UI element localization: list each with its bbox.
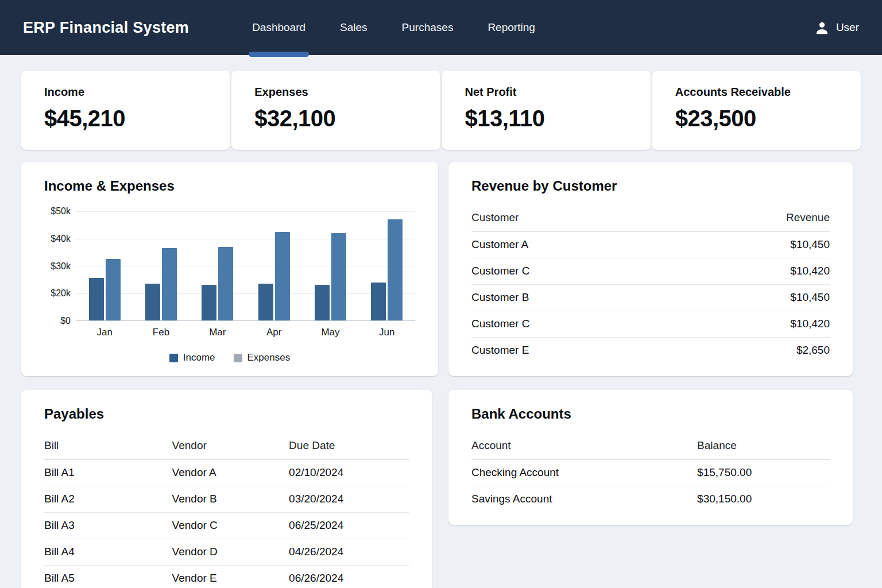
table-cell: Vendor A [172, 460, 289, 486]
column-header-customer: Customer [471, 204, 668, 232]
bar-group-may [302, 211, 358, 320]
revenue-card-title: Revenue by Customer [471, 178, 830, 194]
table-cell: $10,420 [668, 258, 830, 285]
nav-item-reporting[interactable]: Reporting [488, 0, 535, 55]
legend-label: Income [183, 352, 215, 363]
kpi-label: Accounts Receivable [675, 86, 838, 99]
column-header-vendor: Vendor [172, 432, 289, 460]
bar-income-feb [145, 284, 160, 320]
kpi-card-accounts-receivable: Accounts Receivable$23,500 [652, 71, 861, 150]
payables-card: Payables BillVendorDue DateBill A1Vendor… [21, 390, 432, 588]
y-tick-label: $0 [60, 316, 71, 326]
y-tick-label: $20k [51, 288, 71, 299]
y-tick-label: $40k [51, 234, 71, 244]
main-nav: DashboardSalesPurchasesReporting [252, 0, 535, 55]
kpi-value: $45,210 [44, 106, 207, 131]
nav-item-purchases[interactable]: Purchases [402, 0, 454, 55]
x-label-feb: Feb [133, 327, 189, 338]
x-label-jun: Jun [359, 327, 415, 338]
table-cell: $2,650 [668, 338, 830, 364]
x-label-mar: Mar [189, 327, 246, 338]
table-row: Checking Account$15,750.00 [471, 460, 830, 486]
bar-expenses-may [331, 233, 346, 320]
table-cell: $10,450 [668, 285, 830, 311]
user-menu[interactable]: User [814, 20, 859, 36]
table-cell: Savings Account [471, 486, 697, 513]
table-header-row: AccountBalance [471, 432, 830, 460]
table-cell: Vendor B [172, 486, 289, 513]
nav-item-sales[interactable]: Sales [340, 0, 368, 55]
table-cell: $30,150.00 [697, 486, 830, 513]
kpi-card-net-profit: Net Profit$13,110 [442, 71, 651, 150]
table-cell: Bill A2 [44, 486, 172, 513]
chart-bars [76, 211, 415, 320]
table-cell: Customer E [471, 338, 668, 364]
kpi-card-expenses: Expenses$32,100 [231, 71, 440, 150]
bar-expenses-jun [388, 219, 403, 320]
column-header-revenue: Revenue [668, 204, 830, 232]
table-cell: $15,750.00 [697, 460, 830, 486]
x-label-jan: Jan [76, 327, 133, 338]
bar-expenses-jan [106, 259, 121, 320]
kpi-row: Income$45,210Expenses$32,100Net Profit$1… [21, 71, 861, 150]
table-row: Bill A3Vendor C06/25/2024 [44, 513, 409, 539]
bank-accounts-table: AccountBalanceChecking Account$15,750.00… [471, 432, 830, 512]
legend-swatch-expenses [234, 354, 242, 362]
bank-accounts-card: Bank Accounts AccountBalanceChecking Acc… [448, 390, 853, 525]
table-header-row: BillVendorDue Date [44, 432, 409, 460]
bar-income-jun [371, 283, 386, 321]
y-tick-label: $50k [51, 206, 71, 216]
nav-item-dashboard[interactable]: Dashboard [252, 0, 305, 55]
income-expenses-bar-chart: $50k$40k$30k$20k$0 JanFebMarAprMayJun In… [44, 211, 415, 363]
table-row: Bill A1Vendor A02/10/2024 [44, 460, 409, 486]
kpi-label: Income [44, 86, 207, 99]
bank-accounts-card-title: Bank Accounts [471, 406, 830, 422]
table-header-row: CustomerRevenue [471, 204, 830, 232]
table-cell: Vendor C [172, 513, 289, 539]
kpi-value: $23,500 [675, 106, 838, 131]
bar-group-mar [189, 211, 246, 320]
table-row: Customer C$10,420 [471, 258, 830, 285]
column-header-bill: Bill [44, 432, 172, 460]
table-row: Bill A5Vendor E06/26/2024 [44, 566, 409, 588]
bar-income-mar [202, 285, 216, 320]
table-cell: Customer C [471, 258, 668, 285]
user-icon [814, 20, 830, 36]
bottom-row: Payables BillVendorDue DateBill A1Vendor… [21, 390, 861, 588]
table-cell: 02/10/2024 [289, 460, 409, 486]
bar-income-jan [89, 278, 104, 320]
table-row: Customer B$10,450 [471, 285, 830, 311]
chart-title: Income & Expenses [44, 178, 415, 194]
table-cell: Customer A [471, 232, 668, 258]
bar-expenses-feb [162, 248, 177, 320]
table-cell: $10,420 [668, 311, 830, 338]
legend-swatch-income [169, 354, 178, 362]
bar-expenses-mar [218, 247, 233, 320]
kpi-label: Expenses [254, 86, 417, 99]
column-header-account: Account [471, 432, 697, 460]
kpi-card-income: Income$45,210 [21, 71, 230, 150]
chart-x-axis: JanFebMarAprMayJun [76, 327, 415, 338]
chart-plot-area [76, 211, 415, 321]
table-cell: 06/26/2024 [289, 566, 409, 588]
table-cell: $10,450 [668, 232, 830, 258]
bar-group-apr [246, 211, 302, 320]
user-label: User [836, 21, 859, 34]
bar-expenses-apr [275, 232, 290, 320]
y-tick-label: $30k [51, 261, 71, 272]
table-cell: 04/26/2024 [289, 539, 409, 566]
income-expenses-card: Income & Expenses $50k$40k$30k$20k$0 Jan… [21, 162, 438, 376]
payables-table: BillVendorDue DateBill A1Vendor A02/10/2… [44, 432, 409, 588]
table-cell: 03/20/2024 [289, 486, 409, 513]
column-header-balance: Balance [697, 432, 830, 460]
table-cell: Vendor E [172, 566, 289, 588]
table-row: Savings Account$30,150.00 [471, 486, 830, 513]
table-row: Bill A4Vendor D04/26/2024 [44, 539, 409, 566]
bar-group-feb [133, 211, 189, 320]
chart-y-axis: $50k$40k$30k$20k$0 [44, 211, 76, 321]
kpi-value: $13,110 [465, 106, 628, 131]
table-row: Customer E$2,650 [471, 338, 830, 364]
table-cell: Vendor D [172, 539, 289, 566]
middle-row: Income & Expenses $50k$40k$30k$20k$0 Jan… [21, 162, 861, 376]
revenue-by-customer-card: Revenue by Customer CustomerRevenueCusto… [448, 162, 853, 376]
